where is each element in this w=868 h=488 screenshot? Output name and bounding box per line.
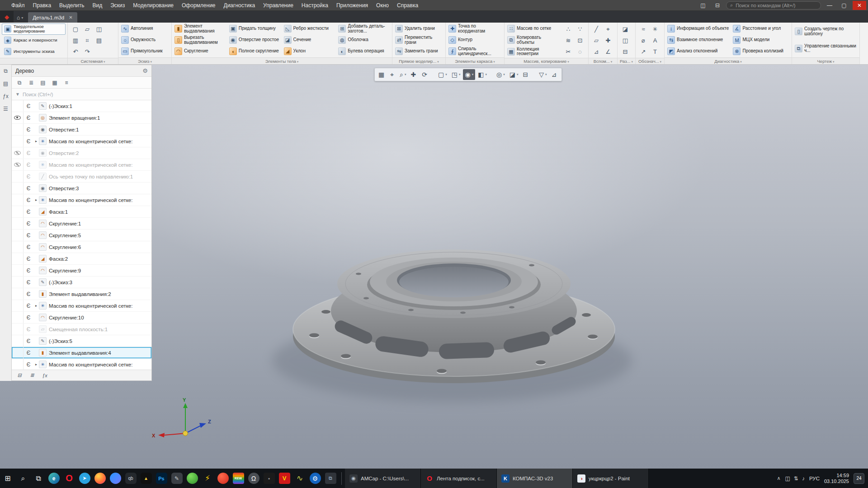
tree-item[interactable]: ▸ ✳ Массив по концентрической сетке: <box>12 194 151 206</box>
filter-icon[interactable]: ▼ <box>15 92 20 97</box>
ribbon-button[interactable]: ⇆Взаимное отклонение <box>666 34 730 46</box>
render-mode-icon[interactable]: ◧▾ <box>476 69 489 80</box>
ribbon-section-sketch[interactable]: Эскиз <box>118 57 171 64</box>
tray-volume-icon[interactable]: ♪ <box>802 475 805 482</box>
local-cs-icon[interactable]: ✚ <box>603 36 613 45</box>
tree-item[interactable]: ▮ Элемент выдавливания:4 <box>12 347 151 359</box>
perspective-icon[interactable]: ◎▾ <box>495 69 507 80</box>
tree-tab-list-icon[interactable]: ≣ <box>27 371 37 380</box>
clock[interactable]: 14:59 03.10.2025 <box>824 473 849 484</box>
ribbon-section-body[interactable]: Элементы тела <box>172 57 392 64</box>
ribbon-mode-toggle[interactable]: ◈Каркас и поверхности <box>2 35 66 46</box>
menu-item[interactable]: Настройка <box>297 0 332 11</box>
green-app-icon[interactable] <box>184 469 200 488</box>
measure-icon[interactable]: ⊿ <box>549 69 560 80</box>
visibility-eye-icon[interactable] <box>14 163 21 167</box>
photoshop-icon[interactable]: Ps <box>154 469 169 488</box>
model-3d-part[interactable] <box>272 249 632 402</box>
tree-structure-view-icon[interactable]: ⧉ <box>14 78 24 87</box>
construction-plane-icon[interactable]: ▱ <box>591 36 601 45</box>
ribbon-button[interactable]: ∡Расстояние и угол <box>732 23 790 34</box>
panel-menu-icon[interactable]: ☰ <box>1 104 10 113</box>
menu-item[interactable]: Справка <box>393 0 422 11</box>
task-view-button[interactable]: ⧉ <box>31 469 46 488</box>
tray-expand-icon[interactable]: ∧ <box>777 475 780 481</box>
control-point-icon[interactable]: ⊿ <box>591 47 601 56</box>
ribbon-button[interactable]: ◍Оболочка <box>337 34 390 46</box>
ribbon-button[interactable]: ⧉Управление связанными ч... <box>794 43 858 54</box>
menu-item[interactable]: Диагностика <box>220 0 259 11</box>
layout-toggle-icon[interactable]: ⊟ <box>712 1 723 10</box>
qbittorrent-icon[interactable]: qb <box>123 469 138 488</box>
ribbon-button[interactable]: ▣Придать толщину <box>228 23 281 34</box>
ribbon-section-notes[interactable]: Обознач... <box>636 58 664 64</box>
language-indicator[interactable]: РУС <box>809 476 820 481</box>
panel-tree-toggle-icon[interactable]: ⧉ <box>1 66 10 75</box>
ribbon-button[interactable]: ◩Анализ отклонений <box>666 46 730 57</box>
ribbon-button[interactable]: ⇄Переместить грани <box>394 34 443 46</box>
ribbon-section-direct[interactable]: Прямое моделир... <box>392 57 445 64</box>
tree-history-icon[interactable]: ▤ <box>38 78 48 87</box>
gear-icon[interactable]: ⚙ <box>142 67 148 74</box>
app-logo[interactable]: ◆ <box>0 11 14 23</box>
roughness-icon[interactable]: ≈ <box>638 24 648 34</box>
array-along-curve-icon[interactable]: ∵ <box>575 24 585 34</box>
delete-part-icon[interactable]: ⊟ <box>620 47 630 56</box>
menu-item[interactable]: Вид <box>88 0 106 11</box>
visibility-eye-icon[interactable] <box>14 151 21 155</box>
tree-item[interactable]: ✎ (-)Эскиз:5 <box>12 335 151 347</box>
filter-objects-icon[interactable]: ▽▾ <box>537 69 548 80</box>
undo-icon[interactable]: ↶ <box>71 47 80 56</box>
search-button[interactable]: ⌕ <box>15 469 31 488</box>
section-view-icon[interactable]: ◪▾ <box>508 69 520 80</box>
split-body-icon[interactable]: ◫ <box>620 36 630 45</box>
ribbon-button[interactable]: ∮Спираль цилиндрическ... <box>448 46 502 57</box>
ribbon-mode-toggle[interactable]: ▣Твердотельное моделирование <box>2 23 66 35</box>
text-t-icon[interactable]: Т <box>650 47 660 56</box>
command-search-input[interactable] <box>736 3 817 8</box>
messenger-icon[interactable] <box>108 469 123 488</box>
new-document-icon[interactable]: ▢ <box>71 24 80 34</box>
menu-item[interactable]: Приложения <box>332 0 372 11</box>
ribbon-button[interactable]: ○Окружность <box>120 34 164 46</box>
ribbon-button[interactable]: ▮Элемент выдавливания <box>174 23 226 34</box>
taskbar-window-feed[interactable]: OЛента подписок, с... <box>421 469 497 488</box>
array-by-points-icon[interactable]: ⊡ <box>575 36 585 45</box>
home-button[interactable]: ⌂ ▾ <box>14 13 26 23</box>
split-face-icon[interactable]: ◪ <box>620 24 630 34</box>
notification-badge[interactable]: 24 <box>854 473 864 484</box>
tab-close-icon[interactable]: ✕ <box>69 15 72 20</box>
tree-item[interactable]: ◠ Скругление:6 <box>12 241 151 253</box>
tree-grid-icon[interactable]: ▦ <box>50 78 60 87</box>
ribbon-button[interactable]: ⊗Проверка коллизий <box>732 46 790 57</box>
ribbon-button[interactable]: ▯Вырезать выдавливанием <box>174 34 226 46</box>
menu-item[interactable]: Окно <box>372 0 393 11</box>
ribbon-button[interactable]: ⇋Заменить грани <box>394 46 443 57</box>
ribbon-button[interactable]: iИнформация об объекте <box>666 23 730 34</box>
telegram-icon[interactable]: ➤ <box>77 469 92 488</box>
ribbon-button[interactable]: ◐Булева операция <box>337 46 390 57</box>
array-concentric-icon[interactable]: ∴ <box>563 24 573 34</box>
tree-item[interactable]: ◠ Скругление:10 <box>12 312 151 324</box>
rew-app-icon[interactable]: REW <box>231 469 246 488</box>
close-button[interactable]: ✕ <box>853 1 866 10</box>
pen-tool-app-icon[interactable]: ✎ <box>169 469 184 488</box>
angle-icon[interactable]: ∠ <box>603 47 613 56</box>
local-csys-icon[interactable]: ⌖ <box>388 69 397 80</box>
menu-item[interactable]: Оформление <box>178 0 219 11</box>
tree-search[interactable]: ▼ <box>12 89 151 100</box>
menu-item[interactable]: Управление <box>259 0 297 11</box>
ribbon-button[interactable]: ◢Уклон <box>283 46 336 57</box>
ribbon-button[interactable]: ▭Прямоугольник <box>120 46 164 57</box>
ribbon-section-drawing[interactable]: Чертеж <box>792 57 859 64</box>
ribbon-button[interactable]: ▦Коллекция геометрии <box>506 46 561 57</box>
tree-item[interactable]: ◉ Отверстие:3 <box>12 183 151 194</box>
ribbon-button[interactable]: ◇Контур <box>448 34 502 46</box>
properties-icon[interactable]: ▤ <box>94 36 104 45</box>
tree-item[interactable]: ▮ Элемент выдавливания:2 <box>12 288 151 300</box>
rotate-tool-icon[interactable]: ⟳ <box>420 69 430 80</box>
expand-arrow-icon[interactable]: ▸ <box>33 198 39 202</box>
ribbon-button[interactable]: ✚Точка по координатам <box>448 23 502 34</box>
ribbon-button[interactable]: ∿Автолиния <box>120 23 164 34</box>
dual-monitor-icon[interactable]: ⧉ <box>323 469 338 488</box>
